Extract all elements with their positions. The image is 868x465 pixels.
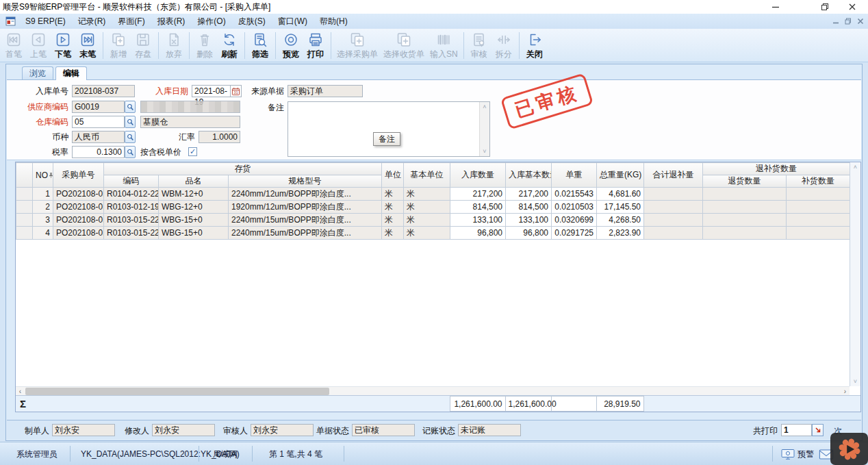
sum-total-weight: 28,919.50 xyxy=(596,397,643,412)
close-button[interactable] xyxy=(842,0,863,14)
cell-total_weight: 17,145.50 xyxy=(597,201,644,214)
table-row[interactable]: 1PO202108-0...R0104-012-2240-00WBM-12+02… xyxy=(16,188,850,201)
menu-item-1[interactable]: 记录(R) xyxy=(72,14,112,28)
tax-rate-input[interactable]: 0.1300 xyxy=(72,146,125,158)
toolbar-separator xyxy=(103,32,103,59)
toolbar-button-last[interactable]: 末笔 xyxy=(75,30,100,61)
menu-item-0[interactable]: S9 ERP(E) xyxy=(19,14,72,28)
window-title: 顺景S9智能ERP管理平台 - 顺景软件科技（东莞）有限公司 - [采购入库单] xyxy=(3,1,270,13)
restore-button[interactable] xyxy=(815,0,835,14)
menu-item-2[interactable]: 界面(F) xyxy=(112,14,151,28)
supplier-lookup-button[interactable] xyxy=(125,101,136,113)
sum-qty: 1,261,600.00 xyxy=(450,397,505,412)
toolbar-button-label: 上笔 xyxy=(30,49,47,60)
toolbar-button-refresh[interactable]: 刷新 xyxy=(217,30,242,61)
print-count-input[interactable]: 1 xyxy=(781,424,812,436)
toolbar-button-split[interactable]: 拆分 xyxy=(492,30,516,61)
cell-total_return xyxy=(644,188,703,201)
cell-no: 1 xyxy=(33,188,53,201)
row-indicator xyxy=(16,201,33,214)
close-doc-icon xyxy=(526,32,543,48)
cell-spec: 2240mm/12um/BOPP即涂白度... xyxy=(229,188,382,201)
toolbar-button-first[interactable]: 首笔 xyxy=(1,30,26,61)
alert-button[interactable]: 预警 xyxy=(778,447,817,462)
toolbar-button-filter[interactable]: 筛选 xyxy=(248,30,272,61)
toolbar-button-discard[interactable]: 放弃 xyxy=(162,30,186,61)
cell-name: WBG-12+0 xyxy=(159,201,229,214)
creator-field: 刘永安 xyxy=(52,424,115,436)
menu-item-3[interactable]: 报表(R) xyxy=(151,14,192,28)
minimize-button[interactable] xyxy=(765,0,786,14)
magnifier-icon xyxy=(127,149,134,156)
currency-lookup-button[interactable] xyxy=(125,131,136,143)
scrollbar-thumb[interactable] xyxy=(25,388,329,395)
grid-vertical-scrollbar[interactable]: ˄˅ xyxy=(850,162,860,386)
exchange-rate-label: 汇率 xyxy=(158,131,195,143)
table-row[interactable]: 4PO202108-0...R0103-015-2240-00WBG-15+02… xyxy=(16,227,850,240)
menu-item-6[interactable]: 窗口(W) xyxy=(272,14,314,28)
toolbar-separator xyxy=(463,32,464,59)
toolbar-button-label: 打印 xyxy=(307,49,324,60)
tax-rate-lookup-button[interactable] xyxy=(125,146,136,158)
toolbar-button-select-receipt[interactable]: 选择收货单 xyxy=(381,30,427,61)
cell-unit: 米 xyxy=(382,188,404,201)
menu-item-7[interactable]: 帮助(H) xyxy=(314,14,354,28)
warehouse-lookup-button[interactable] xyxy=(125,116,136,128)
col-header-return-group: 退补货数量 xyxy=(703,163,850,175)
toolbar-button-audit[interactable]: 审核 xyxy=(467,30,492,61)
cell-code: R0104-012-2240-00 xyxy=(104,188,159,201)
cell-po: PO202108-0... xyxy=(53,214,104,227)
cell-no: 3 xyxy=(33,214,53,227)
toolbar-button-new[interactable]: 新增 xyxy=(106,30,131,61)
col-header-base-unit: 基本单位 xyxy=(404,163,450,188)
print-count-spinner[interactable] xyxy=(812,424,824,436)
mdi-close-icon[interactable] xyxy=(857,18,864,25)
toolbar-button-select-po[interactable]: 选择采购单 xyxy=(334,30,381,61)
creator-label: 制单人 xyxy=(12,425,49,437)
row-indicator xyxy=(16,227,33,240)
cell-total_return xyxy=(644,214,703,227)
refresh-icon xyxy=(221,32,238,48)
print-count-label: 共打印 xyxy=(743,425,778,437)
receipt-date-input[interactable]: 2021-08-19 xyxy=(192,85,231,97)
toolbar-separator xyxy=(158,32,159,59)
currency-field[interactable]: 人民币 xyxy=(72,131,125,143)
toolbar-button-label: 存盘 xyxy=(135,49,151,60)
mdi-restore-icon[interactable] xyxy=(845,18,852,25)
tax-included-checkbox[interactable]: ✓ xyxy=(188,147,197,156)
mdi-minimize-icon[interactable] xyxy=(832,18,839,25)
grid-horizontal-scrollbar[interactable]: ‹ › xyxy=(16,386,850,395)
cell-unit_weight: 0.0215543 xyxy=(552,188,597,201)
toolbar-button-next[interactable]: 下笔 xyxy=(51,30,75,61)
remark-scrollbar[interactable]: ˄˅ xyxy=(479,102,489,156)
toolbar-button-close-doc[interactable]: 关闭 xyxy=(522,30,547,61)
toolbar-separator xyxy=(519,32,520,59)
restore-icon xyxy=(821,3,829,11)
menu-item-5[interactable]: 皮肤(S) xyxy=(232,14,272,28)
toolbar-button-prev[interactable]: 上笔 xyxy=(26,30,51,61)
status-record-position: 第 1 笔,共 4 笔 xyxy=(269,442,322,465)
next-icon xyxy=(55,32,71,48)
cell-no: 4 xyxy=(33,227,53,240)
cell-unit_weight: 0.0320699 xyxy=(552,214,597,227)
tab-edit[interactable]: 编辑 xyxy=(55,66,87,80)
tab-browse[interactable]: 浏览 xyxy=(22,66,53,80)
toolbar-button-save[interactable]: 存盘 xyxy=(131,30,155,61)
remark-textarea[interactable]: ˄˅ xyxy=(288,101,490,157)
toolbar-button-delete[interactable]: 删除 xyxy=(192,30,217,61)
toolbar-button-print[interactable]: 打印 xyxy=(303,30,328,61)
toolbar-button-label: 删除 xyxy=(196,49,213,60)
toolbar-button-barcode[interactable]: 输入SN xyxy=(427,30,461,61)
cell-spec: 2240mm/15um/BOPP即涂白度... xyxy=(229,214,382,227)
cell-base_unit: 米 xyxy=(404,214,450,227)
cell-total_return xyxy=(644,227,703,240)
table-row[interactable]: 3PO202108-0...R0103-015-2240-00WBG-15+02… xyxy=(16,214,850,227)
date-picker-button[interactable]: 31 xyxy=(230,85,242,97)
cell-name: WBG-15+0 xyxy=(159,214,229,227)
supplier-code-input[interactable]: G0019 xyxy=(72,101,125,113)
menu-item-4[interactable]: 操作(O) xyxy=(191,14,231,28)
table-row[interactable]: 2PO202108-0...R0103-012-1920-00WBG-12+01… xyxy=(16,201,850,214)
receipt-date-label: 入库日期 xyxy=(140,85,188,97)
warehouse-code-input[interactable]: 05 xyxy=(72,116,125,128)
toolbar-button-preview[interactable]: 预览 xyxy=(279,30,303,61)
